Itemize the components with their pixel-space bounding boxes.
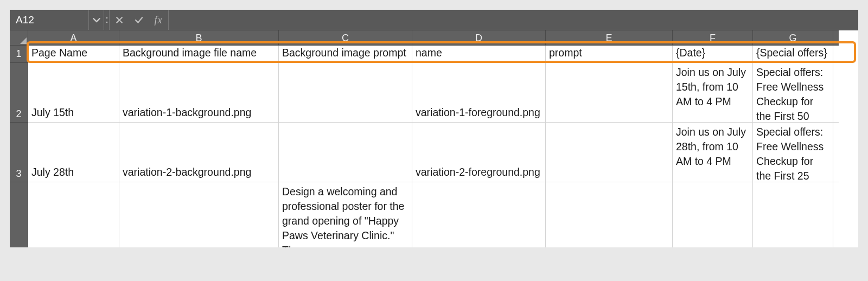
cell-B2[interactable]: variation-1-background.png	[119, 63, 279, 123]
edge	[833, 182, 839, 247]
cell-F2[interactable]: Join us on July 15th, from 10 AM to 4 PM	[673, 63, 753, 123]
accept-formula-button[interactable]	[129, 10, 149, 30]
row-header-1[interactable]: 1	[10, 46, 28, 63]
cell-E2[interactable]	[546, 63, 673, 123]
column-header-edge	[833, 30, 839, 46]
cell-D2[interactable]: variation-1-foreground.png	[412, 63, 546, 123]
cell-F4[interactable]	[673, 182, 753, 247]
formula-bar: A12 fx	[10, 10, 858, 30]
formula-bar-separator	[104, 10, 110, 30]
name-box[interactable]: A12	[10, 10, 89, 30]
row-header-4[interactable]	[10, 182, 28, 247]
cell-B4[interactable]	[119, 182, 279, 247]
cell-D4[interactable]	[412, 182, 546, 247]
cell-B1[interactable]: Background image file name	[119, 46, 279, 63]
cell-C4[interactable]: Design a welcoming and professional post…	[279, 182, 412, 247]
cancel-formula-button[interactable]	[110, 10, 129, 30]
svg-point-0	[106, 17, 107, 19]
cell-D3[interactable]: variation-2-foreground.png	[412, 123, 546, 182]
cell-C1[interactable]: Background image prompt	[279, 46, 412, 63]
column-header-A[interactable]: A	[28, 30, 119, 46]
column-header-B[interactable]: B	[119, 30, 279, 46]
cell-F3[interactable]: Join us on July 28th, from 10 AM to 4 PM	[673, 123, 753, 182]
cell-A1[interactable]: Page Name	[28, 46, 119, 63]
spreadsheet-grid[interactable]: A B C D E F G 1 Page Name Background ima…	[10, 30, 858, 247]
cell-D1[interactable]: Foreground image file name	[412, 46, 546, 63]
column-header-E[interactable]: E	[546, 30, 673, 46]
cell-A4[interactable]	[28, 182, 119, 247]
cell-F1[interactable]: {Date}	[673, 46, 753, 63]
cell-B3[interactable]: variation-2-background.png	[119, 123, 279, 182]
cell-A2[interactable]: July 15th	[28, 63, 119, 123]
edge	[833, 123, 839, 182]
cell-E1[interactable]: Foreground image prompt	[546, 46, 673, 63]
formula-input[interactable]	[168, 10, 858, 30]
edge	[833, 46, 839, 63]
name-box-dropdown[interactable]	[89, 10, 104, 30]
column-header-C[interactable]: C	[279, 30, 412, 46]
column-header-D[interactable]: D	[412, 30, 546, 46]
spreadsheet-window: A12 fx A B C D E F G 1 Page Name Backgro…	[10, 10, 858, 247]
cell-C2[interactable]	[279, 63, 412, 123]
edge	[833, 63, 839, 123]
row-header-3[interactable]: 3	[10, 123, 28, 182]
cell-G2[interactable]: Special offers: Free Wellness Checkup fo…	[753, 63, 833, 123]
cell-E4[interactable]	[546, 182, 673, 247]
select-all-corner[interactable]	[10, 30, 28, 46]
cell-C3[interactable]	[279, 123, 412, 182]
svg-point-1	[106, 22, 107, 23]
cell-E3[interactable]	[546, 123, 673, 182]
column-header-G[interactable]: G	[753, 30, 833, 46]
cell-G4[interactable]	[753, 182, 833, 247]
cell-G1[interactable]: {Special offers}	[753, 46, 833, 63]
insert-function-button[interactable]: fx	[149, 10, 168, 30]
cell-A3[interactable]: July 28th	[28, 123, 119, 182]
row-header-2[interactable]: 2	[10, 63, 28, 123]
cell-G3[interactable]: Special offers: Free Wellness Checkup fo…	[753, 123, 833, 182]
column-header-F[interactable]: F	[673, 30, 753, 46]
